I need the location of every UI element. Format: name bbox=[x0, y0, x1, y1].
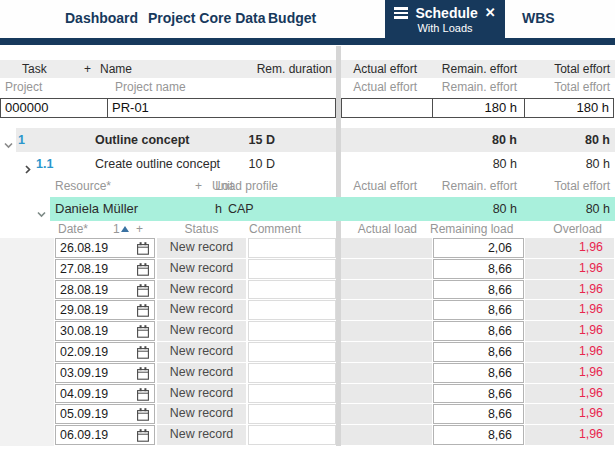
comment-field[interactable] bbox=[248, 363, 336, 383]
task-number: 1 bbox=[18, 128, 25, 152]
actual-load-cell[interactable] bbox=[341, 363, 432, 383]
date-field[interactable]: 29.08.19 bbox=[55, 300, 155, 320]
add-column-button[interactable]: + bbox=[84, 60, 91, 78]
task-row[interactable]: 1 Outline concept 15 D 80 h 80 h bbox=[0, 128, 615, 152]
actual-load-cell[interactable] bbox=[341, 259, 432, 279]
col-comment: Comment bbox=[240, 221, 310, 238]
status-cell[interactable]: New record bbox=[157, 425, 246, 445]
tab-menu-icon[interactable] bbox=[394, 7, 408, 18]
remaining-load-field[interactable]: 8,66 bbox=[433, 321, 524, 341]
actual-load-cell[interactable] bbox=[341, 321, 432, 341]
resource-row[interactable]: Daniela Müller h CAP 80 h 80 h bbox=[0, 197, 615, 221]
status-cell[interactable]: New record bbox=[157, 342, 246, 362]
project-actual-effort-field[interactable] bbox=[341, 98, 433, 118]
comment-field[interactable] bbox=[248, 384, 336, 404]
load-row: 02.09.19 New record 8,66 1,96 bbox=[0, 342, 615, 363]
tab-close-icon[interactable]: ✕ bbox=[485, 6, 496, 20]
project-remain-effort-field[interactable]: 180 h bbox=[432, 98, 525, 118]
date-field[interactable]: 02.09.19 bbox=[55, 342, 155, 362]
calendar-icon[interactable] bbox=[137, 242, 149, 261]
remaining-load-field[interactable]: 8,66 bbox=[433, 280, 524, 300]
task-row[interactable]: 1.1 Create outline concept 10 D 80 h 80 … bbox=[0, 152, 615, 176]
comment-field[interactable] bbox=[248, 321, 336, 341]
tab-budget[interactable]: Budget bbox=[268, 0, 316, 38]
remaining-load-field[interactable]: 8,66 bbox=[433, 259, 524, 279]
date-field[interactable]: 05.09.19 bbox=[55, 404, 155, 424]
status-cell[interactable]: New record bbox=[157, 238, 246, 258]
status-cell[interactable]: New record bbox=[157, 259, 246, 279]
col-resource-actual-effort: Actual effort bbox=[341, 176, 417, 197]
actual-load-cell[interactable] bbox=[341, 404, 432, 424]
overload-cell: 1,96 bbox=[525, 363, 614, 383]
actual-load-cell[interactable] bbox=[341, 280, 432, 300]
overload-cell: 1,96 bbox=[525, 384, 614, 404]
actual-load-cell[interactable] bbox=[341, 342, 432, 362]
calendar-icon[interactable] bbox=[137, 367, 149, 386]
status-cell[interactable]: New record bbox=[157, 300, 246, 320]
comment-field[interactable] bbox=[248, 259, 336, 279]
calendar-icon[interactable] bbox=[137, 346, 149, 365]
status-cell[interactable]: New record bbox=[157, 280, 246, 300]
project-total-effort-field[interactable]: 180 h bbox=[524, 98, 614, 118]
remaining-load-field[interactable]: 8,66 bbox=[433, 342, 524, 362]
tab-wbs[interactable]: WBS bbox=[522, 0, 555, 38]
tab-project-core-data[interactable]: Project Core Data bbox=[148, 0, 265, 38]
comment-field[interactable] bbox=[248, 425, 336, 445]
remaining-load-field[interactable]: 8,66 bbox=[433, 384, 524, 404]
date-field[interactable]: 06.09.19 bbox=[55, 425, 155, 445]
project-name-field[interactable]: PR-01 bbox=[107, 98, 336, 118]
status-cell[interactable]: New record bbox=[157, 321, 246, 341]
date-field[interactable]: 30.08.19 bbox=[55, 321, 155, 341]
date-field[interactable]: 04.09.19 bbox=[55, 384, 155, 404]
sort-indicator[interactable]: 1 bbox=[113, 221, 130, 238]
task-remain-effort: 80 h bbox=[433, 128, 517, 152]
status-cell[interactable]: New record bbox=[157, 404, 246, 424]
calendar-icon[interactable] bbox=[137, 304, 149, 323]
actual-load-cell[interactable] bbox=[341, 238, 432, 258]
tab-schedule-sublabel: With Loads bbox=[417, 22, 472, 34]
comment-field[interactable] bbox=[248, 280, 336, 300]
status-cell[interactable]: New record bbox=[157, 363, 246, 383]
calendar-icon[interactable] bbox=[137, 263, 149, 282]
load-row: 30.08.19 New record 8,66 1,96 bbox=[0, 321, 615, 342]
project-id-field[interactable]: 000000 bbox=[0, 98, 108, 118]
comment-field[interactable] bbox=[248, 300, 336, 320]
remaining-load-field[interactable]: 8,66 bbox=[433, 300, 524, 320]
remaining-load-field[interactable]: 8,66 bbox=[433, 363, 524, 383]
date-field[interactable]: 26.08.19 bbox=[55, 238, 155, 258]
date-field[interactable]: 28.08.19 bbox=[55, 280, 155, 300]
actual-load-cell[interactable] bbox=[341, 425, 432, 445]
comment-field[interactable] bbox=[248, 342, 336, 362]
calendar-icon[interactable] bbox=[137, 408, 149, 427]
actual-load-cell[interactable] bbox=[341, 384, 432, 404]
column-group-divider bbox=[336, 46, 341, 446]
col-resource: Resource* bbox=[55, 176, 111, 197]
tab-dashboard[interactable]: Dashboard bbox=[65, 0, 138, 38]
comment-field[interactable] bbox=[248, 404, 336, 424]
date-field[interactable]: 03.09.19 bbox=[55, 363, 155, 383]
calendar-icon[interactable] bbox=[137, 284, 149, 303]
actual-load-cell[interactable] bbox=[341, 300, 432, 320]
add-load-column-button[interactable]: + bbox=[136, 221, 143, 238]
overload-cell: 1,96 bbox=[525, 280, 614, 300]
calendar-icon[interactable] bbox=[137, 325, 149, 344]
date-field[interactable]: 27.08.19 bbox=[55, 259, 155, 279]
project-row: 000000 PR-01 180 h 180 h bbox=[0, 98, 615, 118]
remaining-load-field[interactable]: 8,66 bbox=[433, 404, 524, 424]
col-remain-effort-sub: Remain. effort bbox=[433, 78, 517, 96]
comment-field[interactable] bbox=[248, 238, 336, 258]
calendar-icon[interactable] bbox=[137, 388, 149, 407]
load-row: 29.08.19 New record 8,66 1,96 bbox=[0, 300, 615, 321]
task-name: Outline concept bbox=[95, 128, 189, 152]
col-total-effort: Total effort bbox=[525, 60, 610, 78]
calendar-icon[interactable] bbox=[137, 429, 149, 448]
remaining-load-field[interactable]: 2,06 bbox=[433, 238, 524, 258]
chevron-down-icon[interactable] bbox=[36, 204, 47, 228]
sort-ascending-icon bbox=[121, 226, 129, 232]
resource-total-effort: 80 h bbox=[525, 197, 610, 221]
load-row: 28.08.19 New record 8,66 1,96 bbox=[0, 280, 615, 301]
task-remain-effort: 80 h bbox=[433, 152, 517, 176]
remaining-load-field[interactable]: 8,66 bbox=[433, 425, 524, 445]
status-cell[interactable]: New record bbox=[157, 384, 246, 404]
tab-schedule-label: Schedule bbox=[415, 5, 477, 21]
